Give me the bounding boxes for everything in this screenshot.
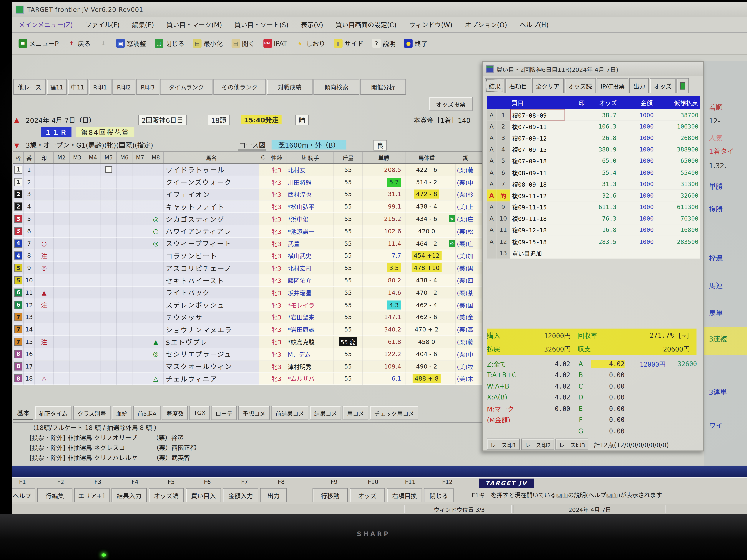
menu-item-6[interactable]: 表示(V)	[301, 20, 323, 29]
mark-checkbox[interactable]	[105, 166, 112, 173]
horse-row-15[interactable]: 715注▲$エトヴプレ牝3*鮫島克駿55 変61.8458 0(栗)藤	[14, 336, 484, 348]
toolbar-button-menu-p[interactable]: ≡メニューP	[19, 38, 58, 48]
view-tab-4[interactable]: 血統	[112, 406, 132, 420]
race-tab-10[interactable]: 傾向検索	[313, 79, 359, 95]
race-tab-7[interactable]: タイムランク	[160, 79, 212, 95]
odds-type-label-13[interactable]: ワイ	[709, 420, 723, 430]
fkey-button-F1[interactable]: ヘルプ	[8, 488, 35, 502]
betting-button-6[interactable]: 出力	[629, 78, 649, 93]
column-header-12[interactable]: C	[259, 153, 267, 163]
betting-window-titlebar[interactable]: 買い目・2回阪神6日目11R(2024年 4月 7日)	[483, 62, 703, 76]
odds-type-label-9[interactable]: 馬連	[709, 280, 723, 290]
horse-row-7[interactable]: 47○◎スウィープフィート牝3武豊5511.4464 - 2※(栗)庄	[14, 238, 484, 250]
betting-row-12[interactable]: A12複09-15-18283.51000283500	[487, 236, 700, 247]
fkey-button-F5[interactable]: オッズ読	[149, 488, 184, 502]
horse-row-4[interactable]: 24キャットファイト牝3*松山弘平5599.1438 - 4(美)上	[14, 201, 484, 213]
menu-item-3[interactable]: 編集(E)	[132, 20, 154, 29]
odds-type-label-10[interactable]: 馬単	[709, 308, 723, 318]
menu-item-5[interactable]: 買い目・ソート(S)	[234, 20, 288, 29]
fkey-button-F8[interactable]: 出力	[260, 488, 287, 502]
menu-item-10[interactable]: ヘルプ(H)	[519, 20, 548, 29]
column-header-16[interactable]: 単勝	[363, 153, 405, 163]
view-tab-1[interactable]: 基本	[14, 406, 33, 420]
betting-row-4[interactable]: A4複07-09-15388.91000388900	[487, 143, 700, 155]
race-tab-9[interactable]: 対戦成績	[267, 79, 313, 95]
odds-type-label-7[interactable]: 複勝	[709, 204, 723, 214]
fkey-button-F6[interactable]: 買い目入	[186, 488, 221, 502]
horse-row-9[interactable]: 59◎アスコリピチェーノ牝3北村宏司553.5478 +10(美)黒	[14, 262, 484, 274]
betting-row-2[interactable]: A2複07-09-11106.31000106300	[487, 121, 700, 132]
view-tab-7[interactable]: TGX	[189, 406, 210, 420]
betting-row-13[interactable]: 13買い目追加	[487, 247, 700, 259]
horse-row-8[interactable]: 48注コラソンビート牝3横山武史557.7454 +12(美)加	[14, 250, 484, 262]
down-arrow-icon[interactable]: ▼	[14, 142, 19, 149]
race-tab-4[interactable]: R印1	[88, 79, 111, 95]
betting-row-5[interactable]: A5複07-09-1865.0100065000	[487, 155, 700, 167]
horse-row-1[interactable]: 11ワイドラトゥール牝3北村友一55208.5422 - 6(栗)藤	[14, 164, 484, 176]
horse-row-5[interactable]: 35◎シカゴスティング牝3*浜中俊55215.2434 - 6※(栗)庄	[14, 213, 484, 225]
betting-button-mark-icon[interactable]	[676, 78, 689, 93]
fkey-button-F7[interactable]: 金額入力	[223, 488, 258, 502]
betting-button-4[interactable]: オッズ読	[564, 78, 596, 93]
race-tab-11[interactable]: 開催分析	[360, 79, 406, 95]
column-header-8[interactable]: M6	[117, 153, 132, 163]
fkey-button-F4[interactable]: 結果入力	[111, 488, 147, 502]
horse-row-6[interactable]: 36○ハワイアンティアレ牝3*池添謙一55102.6420 0(栗)松	[14, 225, 484, 237]
view-tab-8[interactable]: ローテ	[211, 406, 237, 420]
fkey-button-F10[interactable]: オッズ	[350, 488, 385, 502]
column-header-6[interactable]: M4	[85, 153, 101, 163]
betting-row-11[interactable]: A11複09-12-1816.8100016800	[487, 224, 700, 236]
menu-item-9[interactable]: オプション(O)	[465, 20, 507, 29]
column-header-14[interactable]: 替 騎手	[286, 153, 334, 163]
toolbar-button-help-desc[interactable]: ?説明	[372, 38, 395, 48]
horse-row-10[interactable]: 510セキトバイースト牝3藤岡佑介5580.2438 - 4(栗)四	[14, 274, 484, 287]
menu-item-7[interactable]: 買い目画面の設定(C)	[336, 20, 396, 29]
odds-type-label-2[interactable]: 12-	[709, 117, 720, 125]
column-header-1[interactable]: 枠	[14, 153, 24, 163]
betting-row-9[interactable]: A9複09-11-15611.31000611300	[487, 201, 700, 213]
odds-type-label-11[interactable]: 3連複	[709, 334, 727, 343]
column-header-10[interactable]: M8	[148, 153, 164, 163]
betting-row-8[interactable]: A的複09-11-1232.6100032600	[487, 190, 700, 201]
view-tab-3[interactable]: クラス別着	[73, 406, 110, 420]
column-header-9[interactable]: M7	[132, 153, 148, 163]
toolbar-button-bookmark[interactable]: ★しおり	[295, 38, 325, 48]
view-tab-2[interactable]: 補正タイム	[35, 406, 72, 420]
toolbar-button-window-adjust[interactable]: ▣窓調整	[117, 38, 146, 48]
view-tab-9[interactable]: 予想コメ	[238, 406, 270, 420]
up-arrow-icon[interactable]: ▲	[14, 116, 19, 123]
race-mark-button-2[interactable]: レース印2	[521, 438, 554, 450]
menu-item-8[interactable]: ウィンドウ(W)	[409, 20, 453, 29]
horse-row-18[interactable]: 818△△チェルヴィニア牝3*ムルザバ556.1488 + 8(美)木	[14, 373, 484, 385]
horse-row-17[interactable]: 817マスクオールウィン牝3津村明秀55109.4490 - 2(美)牧	[14, 361, 484, 373]
column-header-4[interactable]: M2	[54, 153, 70, 163]
menu-item-4[interactable]: 買い目・マーク(M)	[166, 20, 222, 29]
odds-type-label-5[interactable]: 1.32.	[709, 162, 726, 169]
horse-row-12[interactable]: 612注ステレンボッシュ牝3*モレイラ554.3462 - 4(美)国	[14, 299, 484, 311]
odds-type-label-4[interactable]: 1着タイ	[709, 146, 734, 156]
betting-row-10[interactable]: A10複09-11-1876.3100076300	[487, 213, 700, 224]
horse-row-3[interactable]: 23イフェイオン牝3西村淳也5531.1472 - 8(栗)杉	[14, 188, 484, 201]
column-header-15[interactable]: 斤量	[334, 153, 363, 163]
toolbar-button-ipat[interactable]: PATIPAT	[263, 39, 287, 48]
betting-row-6[interactable]: A6複08-09-1155.4100055400	[487, 167, 700, 178]
betting-button-5[interactable]: IPAT投票	[597, 78, 628, 93]
race-tab-6[interactable]: R印3	[136, 79, 159, 95]
race-tab-8[interactable]: その他ランク	[213, 79, 266, 95]
horse-row-11[interactable]: 611▲ライトバック牝3坂井瑠星5514.6470 - 2(栗)茶	[14, 287, 484, 299]
fkey-button-F2[interactable]: 行編集	[37, 488, 73, 502]
column-header-11[interactable]: 馬名	[164, 153, 259, 163]
view-tab-11[interactable]: 結果コメ	[310, 406, 341, 420]
betting-button-2[interactable]: 右項目	[506, 78, 531, 93]
betting-row-7[interactable]: A7複08-09-1831.3100031300	[487, 178, 700, 190]
race-tab-2[interactable]: 福11	[47, 79, 67, 95]
view-tab-5[interactable]: 前5走A	[133, 406, 161, 420]
column-header-2[interactable]: 番	[24, 153, 35, 163]
horse-row-14[interactable]: 714ショウナンマヌエラ牝3*岩田康誠55340.2470 + 2(栗)高	[14, 323, 484, 336]
fkey-button-F12[interactable]: 閉じる	[424, 488, 454, 502]
menu-item-1[interactable]: メインメニュー(Z)	[19, 20, 73, 29]
fkey-button-F11[interactable]: 右項目換	[387, 488, 422, 502]
odds-vote-button[interactable]: オッズ投票	[429, 97, 473, 111]
toolbar-button-side[interactable]: ▮サイド	[334, 38, 364, 48]
betting-row-3[interactable]: A3複07-09-1226.8100026800	[487, 132, 700, 143]
